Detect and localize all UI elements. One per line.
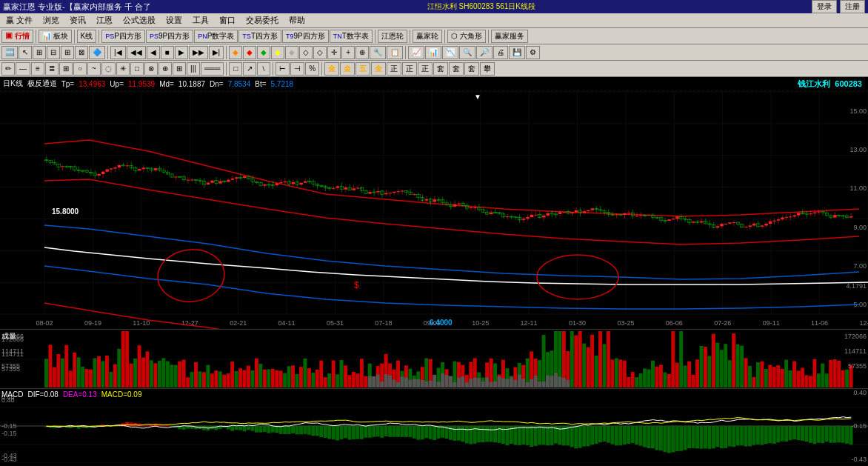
sep11	[226, 62, 227, 76]
btn-gold2[interactable]: 金	[340, 62, 355, 76]
btn-tool10[interactable]: 套	[433, 62, 448, 76]
menu-formula[interactable]: 公式选股	[118, 14, 160, 27]
btn-bars[interactable]: ═══	[201, 62, 224, 76]
btn-gold4[interactable]: 金	[371, 62, 386, 76]
btn-diamond1[interactable]: ◆	[229, 46, 242, 59]
btn-tool11[interactable]: 套	[449, 62, 464, 76]
register-button[interactable]: 注册	[840, 0, 865, 13]
btn-plus[interactable]: +	[341, 46, 355, 59]
btn-tool8[interactable]: 正	[402, 62, 417, 76]
btn-ts-4sq[interactable]: TS T四方形	[238, 30, 281, 43]
btn-star[interactable]: ✳	[116, 62, 130, 76]
btn-draw4[interactable]: ⊠	[75, 46, 88, 59]
btn-kline[interactable]: K线	[77, 30, 97, 43]
btn-tool2[interactable]: 📋	[387, 46, 403, 59]
btn-grid[interactable]: ⊞	[173, 62, 186, 76]
btn-tool12[interactable]: 套	[464, 62, 479, 76]
btn-board[interactable]: 📊 板块	[39, 30, 72, 43]
menu-tools[interactable]: 工具	[188, 14, 213, 27]
btn-tool3[interactable]: ⊗	[144, 62, 158, 76]
btn-diamond5[interactable]: ◆	[285, 46, 298, 59]
main-chart[interactable]: 日K线 极反通道 Tp=13.4963 Up=11.9539 Md=10.188…	[0, 77, 868, 329]
btn-tool7[interactable]: 正	[387, 62, 401, 76]
menu-settings[interactable]: 设置	[161, 14, 187, 27]
btn-fan[interactable]: ◌	[101, 62, 116, 76]
menu-file[interactable]: 赢 文件	[1, 14, 37, 27]
btn-prev-period[interactable]: |◀	[110, 46, 126, 59]
btn-gold3[interactable]: 五	[355, 62, 370, 76]
volume-chart-canvas[interactable]	[0, 330, 868, 389]
btn-percent[interactable]: %	[305, 62, 319, 76]
btn-diamond7[interactable]: ◇	[313, 46, 327, 59]
btn-chart2[interactable]: 📊	[425, 46, 441, 59]
btn-market[interactable]: ▣ 行情	[1, 30, 33, 43]
btn-t9-9sq[interactable]: T9 9P四方形	[282, 30, 329, 43]
btn-tool13[interactable]: 攀	[480, 62, 495, 76]
btn-next-period[interactable]: ▶|	[209, 46, 224, 59]
btn-diamond4[interactable]: ◆	[271, 46, 284, 59]
btn-step-fwd[interactable]: ▶	[175, 46, 188, 59]
btn-winner-service[interactable]: 赢家服务	[491, 30, 528, 43]
btn-cross[interactable]: ✛	[327, 46, 341, 59]
menu-window[interactable]: 窗口	[215, 14, 240, 27]
btn-tool9[interactable]: 正	[418, 62, 433, 76]
btn-chart3[interactable]: 📉	[442, 46, 458, 59]
sep1	[36, 30, 36, 43]
volume-chart[interactable]: 成量 172066 114711 57355	[0, 329, 868, 388]
btn-jiangen-wheel[interactable]: 江恩轮	[378, 30, 407, 43]
btn-line3[interactable]: ≣	[45, 62, 59, 76]
btn-winner-wheel[interactable]: 赢家轮	[413, 30, 442, 43]
btn-ps-4sq[interactable]: PS P四方形	[101, 30, 145, 43]
btn-diamond2[interactable]: ◆	[243, 46, 256, 59]
btn-line4[interactable]: ⊞	[59, 62, 73, 76]
menu-help[interactable]: 帮助	[284, 14, 310, 27]
menu-browse[interactable]: 浏览	[39, 14, 64, 27]
btn-hexagon[interactable]: ⬡ 六角形	[447, 30, 486, 43]
btn-chart1[interactable]: 📈	[408, 46, 424, 59]
btn-diamond3[interactable]: ◆	[257, 46, 270, 59]
btn-tool4[interactable]: ⊕	[158, 62, 172, 76]
btn-tn-table[interactable]: TN T数字表	[330, 30, 373, 43]
btn-diamond6[interactable]: ◇	[299, 46, 313, 59]
btn-settings2[interactable]: ⚙	[526, 46, 540, 59]
btn-cursor[interactable]: ↖	[19, 46, 32, 59]
btn-line1[interactable]: —	[16, 62, 30, 76]
btn-zoom-in[interactable]: 🔍	[459, 46, 475, 59]
main-chart-canvas[interactable]	[0, 77, 868, 329]
btn-ps-9sq[interactable]: PS 9P四方形	[146, 30, 193, 43]
menu-news[interactable]: 资讯	[65, 14, 90, 27]
btn-new[interactable]: 🆕	[1, 46, 18, 59]
menu-trade[interactable]: 交易委托	[241, 14, 283, 27]
btn-tool6[interactable]: ⊣	[290, 62, 304, 76]
btn-gold1[interactable]: 金	[324, 62, 339, 76]
btn-slash[interactable]: ⧵	[257, 62, 270, 76]
btn-stop[interactable]: ■	[161, 46, 174, 59]
btn-step-back[interactable]: ◀	[147, 46, 160, 59]
btn-draw2[interactable]: ⊟	[47, 46, 60, 59]
btn-fwd[interactable]: ▶▶	[189, 46, 208, 59]
btn-draw1[interactable]: ⊞	[33, 46, 46, 59]
btn-line2[interactable]: ≡	[31, 62, 44, 76]
macd-chart-canvas[interactable]	[0, 389, 868, 463]
btn-wave[interactable]: ~	[87, 62, 101, 76]
btn-lines[interactable]: |||	[187, 62, 200, 76]
btn-tool5[interactable]: ⊢	[276, 62, 290, 76]
login-button[interactable]: 登录	[812, 0, 837, 13]
btn-rect[interactable]: □	[130, 62, 144, 76]
btn-circle1[interactable]: ○	[73, 62, 87, 76]
btn-save[interactable]: 💾	[509, 46, 525, 59]
btn-draw3[interactable]: ⊞	[61, 46, 74, 59]
btn-pn-table[interactable]: PN P数字表	[194, 30, 238, 43]
menu-jiangen[interactable]: 江恩	[92, 14, 117, 27]
vol-label-2: 114711	[1, 350, 24, 358]
btn-draw5[interactable]: 🔷	[89, 46, 105, 59]
btn-cursor2[interactable]: ⊕	[355, 46, 369, 59]
btn-zoom-out[interactable]: 🔎	[476, 46, 493, 59]
macd-chart[interactable]: MACD DIF=0.08 DEA=0.13 MACD=0.09 0.40 -0…	[0, 388, 868, 462]
btn-wave2[interactable]: ↗	[243, 62, 256, 76]
btn-square[interactable]: □	[229, 62, 242, 76]
btn-tool1[interactable]: 🔧	[370, 46, 386, 59]
btn-pencil[interactable]: ✏	[1, 62, 15, 76]
btn-print[interactable]: 🖨	[493, 46, 508, 59]
btn-prev[interactable]: ◀◀	[127, 46, 146, 59]
